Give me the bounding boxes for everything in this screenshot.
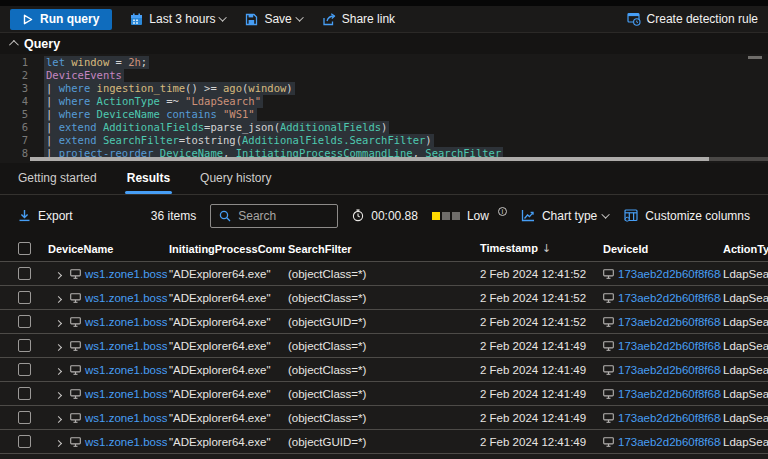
cell-devicename: ws1.zone1.boss... (68, 340, 167, 352)
devicename-link[interactable]: ws1.zone1.boss... (85, 340, 167, 352)
kql-editor[interactable]: 1let window = 2h;2DeviceEvents3| where i… (0, 54, 768, 163)
column-header-commandline[interactable]: InitiatingProcessCommandL... (167, 243, 285, 255)
devicename-link[interactable]: ws1.zone1.boss... (85, 388, 167, 400)
tab-results[interactable]: Results (127, 171, 170, 194)
row-checkbox[interactable] (18, 411, 31, 424)
row-checkbox[interactable] (18, 267, 31, 280)
share-link-button[interactable]: Share link (322, 12, 395, 26)
tab-getting-started[interactable]: Getting started (18, 171, 97, 194)
table-row[interactable]: ws1.zone1.boss..."ADExplorer64.exe"(obje… (0, 430, 768, 454)
tab-query-history[interactable]: Query history (200, 171, 271, 194)
search-input[interactable] (238, 209, 318, 223)
run-query-button[interactable]: Run query (10, 9, 112, 30)
code-line[interactable]: 1let window = 2h; (0, 56, 768, 69)
table-row[interactable]: ws1.zone1.boss..."ADExplorer64.exe"(obje… (0, 406, 768, 430)
cell-searchfilter: (objectClass=*) (285, 388, 477, 400)
row-checkbox[interactable] (18, 387, 31, 400)
deviceid-link[interactable]: 173aeb2d2b60f8f68c... (618, 340, 721, 352)
cell-devicename: ws1.zone1.boss... (68, 388, 167, 400)
info-icon[interactable]: i (498, 207, 507, 216)
deviceid-link[interactable]: 173aeb2d2b60f8f68c... (618, 316, 721, 328)
deviceid-link[interactable]: 173aeb2d2b60f8f68c... (618, 364, 721, 376)
cell-timestamp: 2 Feb 2024 12:41:49 (477, 412, 600, 424)
duration-value: 00:00.88 (371, 209, 418, 223)
table-row[interactable]: ws1.zone1.boss..."ADExplorer64.exe"(obje… (0, 334, 768, 358)
cell-commandline: "ADExplorer64.exe" (167, 340, 285, 352)
search-box[interactable] (210, 204, 338, 228)
editor-horizontal-scrollbar[interactable] (30, 157, 768, 161)
cell-commandline: "ADExplorer64.exe" (167, 316, 285, 328)
code-line[interactable]: 6| extend AdditionalFields=parse_json(Ad… (0, 121, 768, 134)
row-expand-icon[interactable] (55, 343, 62, 350)
code-text: | extend SearchFilter=tostring(Additiona… (44, 134, 434, 147)
row-expand-icon[interactable] (55, 295, 62, 302)
table-row[interactable]: ws1.zone1.boss..."ADExplorer64.exe"(obje… (0, 262, 768, 286)
create-detection-rule-button[interactable]: Create detection rule (627, 12, 758, 26)
code-line[interactable]: 3| where ingestion_time() >= ago(window) (0, 82, 768, 95)
code-text: | extend AdditionalFields=parse_json(Add… (44, 121, 389, 134)
chart-type-selector[interactable]: Chart type (521, 209, 610, 223)
devicename-link[interactable]: ws1.zone1.boss... (85, 268, 167, 280)
save-menu[interactable]: Save (245, 12, 303, 26)
column-header-deviceid[interactable]: DeviceId (600, 243, 721, 255)
row-expand-icon[interactable] (55, 391, 62, 398)
time-range-selector[interactable]: Last 3 hours (130, 12, 227, 26)
code-line[interactable]: 5| where DeviceName contains "WS1" (0, 108, 768, 121)
chevron-down-icon (219, 13, 227, 21)
create-detection-rule-icon (627, 12, 641, 26)
cell-commandline: "ADExplorer64.exe" (167, 436, 285, 448)
deviceid-link[interactable]: 173aeb2d2b60f8f68c... (618, 292, 721, 304)
export-button[interactable]: Export (18, 209, 73, 223)
devicename-link[interactable]: ws1.zone1.boss... (85, 292, 167, 304)
results-tabbar: Getting started Results Query history (0, 163, 768, 195)
cell-timestamp: 2 Feb 2024 12:41:52 (477, 268, 600, 280)
devicename-link[interactable]: ws1.zone1.boss... (85, 436, 167, 448)
play-icon (23, 14, 33, 25)
cell-actiontype: LdapSearch (721, 268, 768, 280)
select-all-checkbox[interactable] (18, 242, 31, 255)
row-expand-icon[interactable] (55, 367, 62, 374)
devicename-link[interactable]: ws1.zone1.boss... (85, 412, 167, 424)
cell-searchfilter: (objectClass=*) (285, 412, 477, 424)
row-checkbox[interactable] (18, 339, 31, 352)
editor-horizontal-scrollbar-thumb[interactable] (30, 157, 709, 161)
row-expand-icon[interactable] (55, 271, 62, 278)
code-text: | where DeviceName contains "WS1" (44, 108, 257, 121)
row-expand-icon[interactable] (55, 439, 62, 446)
table-row[interactable]: ws1.zone1.boss..."ADExplorer64.exe"(obje… (0, 382, 768, 406)
editor-vertical-scrollbar[interactable] (748, 56, 762, 59)
row-checkbox[interactable] (18, 435, 31, 448)
save-label: Save (264, 12, 291, 26)
deviceid-link[interactable]: 173aeb2d2b60f8f68c... (618, 268, 721, 280)
device-icon (70, 365, 81, 375)
column-header-timestamp[interactable]: Timestamp↓ (477, 242, 600, 255)
row-expand-icon[interactable] (55, 319, 62, 326)
table-row[interactable]: ws1.zone1.boss..."ADExplorer64.exe"(obje… (0, 358, 768, 382)
column-header-devicename[interactable]: DeviceName (46, 243, 167, 255)
deviceid-link[interactable]: 173aeb2d2b60f8f68c... (618, 388, 721, 400)
column-header-searchfilter[interactable]: SearchFilter (285, 243, 477, 255)
devicename-link[interactable]: ws1.zone1.boss... (85, 316, 167, 328)
table-row-partial[interactable] (0, 454, 768, 459)
performance-label: Low (467, 209, 489, 223)
code-line[interactable]: 4| where ActionType =~ "LdapSearch" (0, 95, 768, 108)
row-checkbox[interactable] (18, 363, 31, 376)
column-header-actiontype[interactable]: ActionType (721, 243, 768, 255)
row-checkbox[interactable] (18, 291, 31, 304)
devicename-link[interactable]: ws1.zone1.boss... (85, 364, 167, 376)
code-text: DeviceEvents (44, 69, 124, 82)
query-section-header[interactable]: Query (0, 33, 768, 54)
table-row[interactable]: ws1.zone1.boss..."ADExplorer64.exe"(obje… (0, 286, 768, 310)
table-row[interactable]: ws1.zone1.boss..."ADExplorer64.exe"(obje… (0, 310, 768, 334)
line-number: 7 (0, 134, 44, 147)
create-detection-rule-label: Create detection rule (647, 12, 758, 26)
deviceid-link[interactable]: 173aeb2d2b60f8f68c... (618, 412, 721, 424)
code-line[interactable]: 2DeviceEvents (0, 69, 768, 82)
device-icon (70, 341, 81, 351)
row-checkbox[interactable] (18, 315, 31, 328)
code-line[interactable]: 7| extend SearchFilter=tostring(Addition… (0, 134, 768, 147)
customize-columns-button[interactable]: Customize columns (624, 209, 750, 223)
deviceid-link[interactable]: 173aeb2d2b60f8f68c... (618, 436, 721, 448)
row-expand-icon[interactable] (55, 415, 62, 422)
device-icon (603, 389, 614, 399)
